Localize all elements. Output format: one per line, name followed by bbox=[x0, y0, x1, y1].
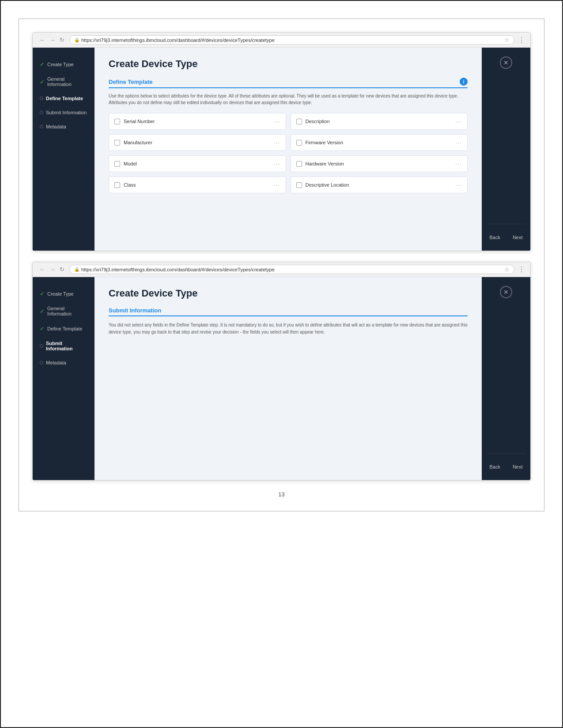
next-button-1[interactable]: Next bbox=[510, 233, 525, 242]
bottom-buttons-2: Back Next bbox=[486, 453, 526, 471]
page-title-2: Create Device Type bbox=[109, 288, 468, 299]
main-content-2: Create Device Type Submit Information Yo… bbox=[94, 277, 482, 480]
checkbox-loc[interactable] bbox=[296, 182, 302, 188]
forward-nav-1[interactable]: → bbox=[48, 37, 57, 43]
checkbox-desc[interactable] bbox=[296, 119, 302, 124]
star-icon-2[interactable]: ☆ bbox=[504, 266, 510, 273]
browser-content-1: ✓ Create Type ✓ General Information Defi… bbox=[33, 48, 530, 251]
star-icon-1[interactable]: ☆ bbox=[504, 37, 510, 43]
field-label-loc: Descriptive Location bbox=[306, 182, 452, 188]
nav-buttons-1: ← → ↻ bbox=[38, 37, 66, 43]
field-firmware[interactable]: Firmware Version ··· bbox=[291, 134, 468, 151]
more-icon-serial[interactable]: ··· bbox=[274, 118, 280, 125]
field-manufacturer[interactable]: Manufacturer ··· bbox=[109, 134, 286, 151]
sidebar-1: ✓ Create Type ✓ General Information Defi… bbox=[33, 48, 94, 251]
main-content-1: Create Device Type Define Template i Use… bbox=[94, 48, 482, 251]
bottom-buttons-1: Back Next bbox=[486, 224, 526, 242]
checkbox-fw[interactable] bbox=[296, 140, 302, 146]
back-nav-2[interactable]: ← bbox=[38, 266, 46, 273]
field-hardware[interactable]: Hardware Version ··· bbox=[291, 155, 468, 172]
reload-nav-1[interactable]: ↻ bbox=[58, 37, 66, 43]
dot-icon-1d bbox=[40, 111, 43, 114]
submit-desc-2: You did not select any fields in the Def… bbox=[109, 322, 468, 336]
forward-nav-2[interactable]: → bbox=[48, 266, 57, 273]
sidebar-item-create-type-1[interactable]: ✓ Create Type bbox=[33, 56, 94, 72]
sidebar-item-define-1[interactable]: Define Template bbox=[33, 91, 94, 105]
checkbox-hw[interactable] bbox=[296, 161, 302, 167]
info-icon-1[interactable]: i bbox=[460, 78, 468, 86]
sidebar-item-create-type-2[interactable]: ✓ Create Type bbox=[33, 286, 94, 301]
url-bar-1[interactable]: 🔒 https://xri79j3.internetofthings.ibmcl… bbox=[69, 35, 514, 45]
sidebar-label-1d: Submit Information bbox=[46, 110, 87, 115]
browser-bar-2: ← → ↻ 🔒 https://xri79j3.internetofthings… bbox=[33, 262, 530, 277]
close-button-2[interactable]: ✕ bbox=[500, 286, 512, 298]
back-button-2[interactable]: Back bbox=[487, 462, 503, 471]
sidebar-label-1b: General Information bbox=[47, 76, 87, 87]
field-label-desc: Description bbox=[306, 119, 452, 124]
check-icon-2a: ✓ bbox=[40, 290, 45, 297]
section-title-1: Define Template bbox=[109, 79, 152, 85]
next-button-2[interactable]: Next bbox=[510, 462, 525, 471]
url-text-1: https://xri79j3.internetofthings.ibmclou… bbox=[81, 38, 275, 43]
more-icon-desc[interactable]: ··· bbox=[455, 118, 462, 125]
field-label-class: Class bbox=[124, 182, 270, 188]
sidebar-2: ✓ Create Type ✓ General Information ✓ De… bbox=[33, 277, 94, 480]
reload-nav-2[interactable]: ↻ bbox=[58, 266, 66, 273]
lock-icon-1: 🔒 bbox=[74, 38, 79, 42]
more-icon-loc[interactable]: ··· bbox=[455, 181, 462, 188]
checkbox-class[interactable] bbox=[114, 182, 120, 188]
more-icon-class[interactable]: ··· bbox=[274, 181, 280, 188]
more-icon-fw[interactable]: ··· bbox=[455, 139, 462, 146]
sidebar-item-submit-2[interactable]: Submit Information bbox=[33, 336, 94, 356]
more-icon-model[interactable]: ··· bbox=[274, 160, 280, 167]
page-title-1: Create Device Type bbox=[109, 58, 468, 70]
screenshot2: ← → ↻ 🔒 https://xri79j3.internetofthings… bbox=[32, 262, 531, 480]
sidebar-label-1e: Metadata bbox=[46, 124, 66, 129]
checkbox-serial[interactable] bbox=[114, 119, 120, 124]
browser-bar-1: ← → ↻ 🔒 https://xri79j3.internetofthings… bbox=[33, 33, 530, 48]
lock-icon-2: 🔒 bbox=[74, 267, 79, 272]
sidebar-label-2c: Define Template bbox=[47, 326, 82, 331]
check-icon-1a: ✓ bbox=[40, 61, 45, 68]
sidebar-item-metadata-1[interactable]: Metadata bbox=[33, 120, 94, 134]
sidebar-item-general-2[interactable]: ✓ General Information bbox=[33, 301, 94, 321]
back-nav-1[interactable]: ← bbox=[38, 37, 46, 43]
section-title-2: Submit Information bbox=[109, 307, 161, 314]
sidebar-label-1a: Create Type bbox=[47, 62, 74, 67]
menu-icon-2[interactable]: ⋮ bbox=[518, 265, 525, 274]
field-description[interactable]: Description ··· bbox=[291, 113, 468, 130]
sidebar-label-2d: Submit Information bbox=[46, 341, 87, 351]
more-icon-hw[interactable]: ··· bbox=[455, 160, 462, 167]
sidebar-item-metadata-2[interactable]: Metadata bbox=[33, 356, 94, 370]
check-icon-1b: ✓ bbox=[40, 79, 45, 85]
checkbox-model[interactable] bbox=[114, 161, 120, 167]
close-button-1[interactable]: ✕ bbox=[500, 56, 512, 69]
field-class[interactable]: Class ··· bbox=[109, 176, 286, 193]
back-button-1[interactable]: Back bbox=[487, 233, 503, 242]
field-label-fw: Firmware Version bbox=[306, 140, 452, 145]
browser-content-2: ✓ Create Type ✓ General Information ✓ De… bbox=[33, 277, 530, 480]
sidebar-item-general-1[interactable]: ✓ General Information bbox=[33, 72, 94, 91]
desc-text-1: Use the options below to select attribut… bbox=[109, 93, 468, 106]
fields-grid-1: Serial Number ··· Description ··· Manufa… bbox=[109, 113, 468, 193]
sidebar-label-2a: Create Type bbox=[47, 291, 74, 296]
menu-icon-1[interactable]: ⋮ bbox=[518, 36, 525, 44]
section-header-1: Define Template i bbox=[109, 78, 468, 88]
page-outer: ← → ↻ 🔒 https://xri79j3.internetofthings… bbox=[19, 19, 544, 511]
more-icon-mfr[interactable]: ··· bbox=[274, 139, 280, 146]
sidebar-label-2e: Metadata bbox=[46, 360, 66, 365]
checkbox-mfr[interactable] bbox=[114, 140, 120, 146]
check-icon-2c: ✓ bbox=[40, 325, 45, 332]
sidebar-item-define-2[interactable]: ✓ Define Template bbox=[33, 321, 94, 336]
field-model[interactable]: Model ··· bbox=[109, 155, 286, 172]
right-panel-1: ✕ Back Next bbox=[482, 48, 530, 251]
url-bar-2[interactable]: 🔒 https://xri79j3.internetofthings.ibmcl… bbox=[69, 265, 514, 274]
field-serial-number[interactable]: Serial Number ··· bbox=[109, 113, 286, 130]
nav-buttons-2: ← → ↻ bbox=[38, 266, 66, 273]
section-header-2: Submit Information bbox=[109, 307, 468, 316]
url-text-2: https://xri79j3.internetofthings.ibmclou… bbox=[81, 267, 275, 272]
sidebar-label-1c: Define Template bbox=[46, 96, 83, 101]
field-descriptive-location[interactable]: Descriptive Location ··· bbox=[291, 176, 468, 193]
check-icon-2b: ✓ bbox=[40, 308, 45, 315]
sidebar-item-submit-1[interactable]: Submit Information bbox=[33, 105, 94, 120]
